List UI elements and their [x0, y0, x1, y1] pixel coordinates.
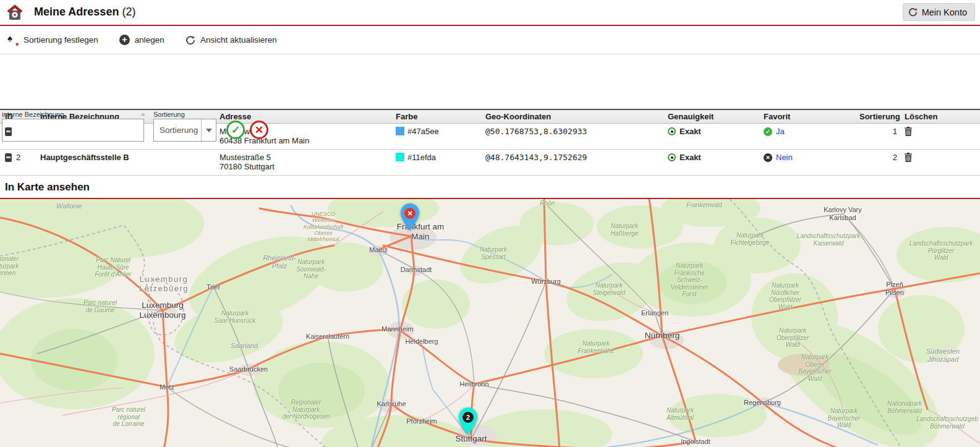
target-icon: [668, 153, 676, 161]
row-id: 2: [16, 153, 20, 162]
sort-select-value: Sortierung: [154, 126, 201, 135]
map-marker-stuttgart[interactable]: 2: [458, 407, 479, 435]
page-title: Meine Adressen (2): [34, 6, 135, 19]
set-sorting-button[interactable]: ♠♥ Sortierung festlegen: [7, 35, 98, 46]
row-sort: 2: [854, 150, 900, 176]
refresh-view-button[interactable]: Ansicht aktualisieren: [185, 35, 277, 45]
name-filter-input[interactable]: [2, 119, 144, 142]
address-card-icon: [5, 127, 12, 136]
apply-filter-button[interactable]: ✓: [226, 121, 245, 139]
map-tiles: [0, 199, 980, 447]
col-address: Adresse: [215, 109, 391, 124]
trash-icon: [905, 127, 912, 136]
x-circle-icon: ✕: [764, 153, 772, 162]
table-row: 1 Hauptgeschäftsstelle A Musterweg 26043…: [0, 124, 980, 150]
approx-symbol: ≈: [141, 111, 145, 118]
refresh-icon: [908, 7, 918, 17]
filter-panel: interne Bezeichnung ≈ Sortierung Sortier…: [0, 54, 980, 104]
map-marker-frankfurt[interactable]: ✕: [399, 203, 420, 231]
row-sort: 1: [854, 124, 900, 150]
col-favorite: Favorit: [759, 109, 854, 124]
record-count: (2): [119, 6, 135, 18]
plus-circle-icon: +: [119, 35, 130, 45]
col-sort: Sortierung: [854, 109, 900, 124]
row-geo: @50.1768753,8.6302933: [480, 124, 663, 150]
refresh-view-label: Ansicht aktualisieren: [200, 35, 277, 45]
map[interactable]: Wallonienationaler Naturpark PennenParc …: [0, 198, 980, 447]
clear-filter-button[interactable]: ✕: [250, 121, 268, 139]
row-address: Mustestraße 570180 Stuttgart: [215, 150, 391, 176]
sort-filter-label: Sortierung: [153, 111, 185, 118]
marker-badge: ✕: [404, 208, 415, 219]
favorite-toggle-link[interactable]: Ja: [776, 127, 785, 136]
address-table: ID interne Bezeichnung Adresse Farbe Geo…: [0, 109, 980, 176]
create-button[interactable]: + anlegen: [119, 35, 164, 45]
app-header: Meine Adressen (2) Mein Konto: [0, 0, 980, 25]
trash-icon: [905, 153, 912, 162]
row-accuracy: Exakt: [663, 150, 759, 176]
delete-button[interactable]: [905, 127, 912, 138]
color-swatch: [396, 153, 404, 161]
refresh-icon: [185, 35, 195, 45]
col-color: Farbe: [391, 109, 480, 124]
toolbar: ♠♥ Sortierung festlegen + anlegen Ansich…: [0, 26, 980, 54]
col-delete: Löschen: [900, 109, 934, 124]
set-sorting-label: Sortierung festlegen: [23, 35, 98, 45]
map-section-heading: In Karte ansehen: [0, 176, 980, 198]
name-filter-label: interne Bezeichnung: [2, 111, 64, 118]
check-circle-icon: ✓: [764, 127, 772, 136]
create-label: anlegen: [135, 35, 164, 45]
target-icon: [668, 127, 676, 135]
card-suits-icon: ♠♥: [7, 35, 19, 46]
row-color: #11efda: [391, 150, 480, 176]
delete-button[interactable]: [905, 153, 912, 164]
favorite-toggle-link[interactable]: Nein: [776, 153, 793, 162]
row-accuracy: Exakt: [663, 124, 759, 150]
chevron-down-icon: [201, 119, 216, 141]
account-button[interactable]: Mein Konto: [903, 3, 975, 21]
account-button-label: Mein Konto: [922, 7, 967, 17]
address-card-icon: [5, 153, 12, 162]
row-color: #47a5ee: [391, 124, 480, 150]
color-swatch: [396, 127, 404, 135]
marker-badge: 2: [462, 412, 474, 423]
col-geo: Geo-Koordinaten: [480, 109, 663, 124]
table-header-row: ID interne Bezeichnung Adresse Farbe Geo…: [0, 109, 980, 124]
row-name: Hauptgeschäftsstelle B: [35, 150, 215, 176]
sort-select[interactable]: Sortierung: [153, 119, 216, 142]
home-icon[interactable]: [6, 4, 23, 21]
col-accuracy: Genauigkeit: [663, 109, 759, 124]
table-row: 2 Hauptgeschäftsstelle B Mustestraße 570…: [0, 150, 980, 176]
row-favorite: ✓Ja: [759, 124, 854, 150]
row-favorite: ✕Nein: [759, 150, 854, 176]
row-geo: @48.7643143,9.1752629: [480, 150, 663, 176]
